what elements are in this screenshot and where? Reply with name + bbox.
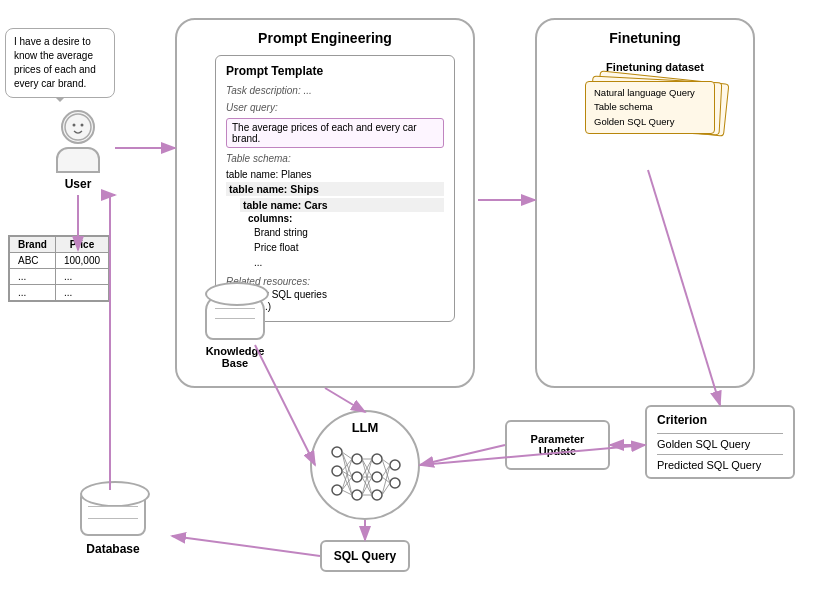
finetuning-dataset: Finetuning dataset Natural language Quer… (585, 55, 725, 167)
table-row: ... ... (10, 269, 109, 285)
database-icon (80, 490, 146, 536)
col-price-header: Price (55, 237, 108, 253)
table-ships: table name: Ships (226, 182, 444, 196)
svg-point-8 (352, 490, 362, 500)
svg-point-12 (390, 460, 400, 470)
neural-net-icon (325, 439, 405, 504)
table-row: ABC 100,000 (10, 253, 109, 269)
svg-point-11 (372, 490, 382, 500)
llm-label: LLM (352, 420, 379, 435)
dataset-stack-wrapper: Natural language Query Table schema Gold… (585, 77, 725, 167)
knowledge-base: Knowledge Base (190, 290, 280, 369)
criterion-predicted: Predicted SQL Query (657, 459, 783, 471)
svg-point-4 (332, 466, 342, 476)
prompt-engineering-title: Prompt Engineering (177, 20, 473, 52)
user-head-icon (61, 110, 95, 144)
svg-point-10 (372, 472, 382, 482)
parameter-update-box: ParameterUpdate (505, 420, 610, 470)
columns-detail: Brand string Price float ... (240, 225, 444, 270)
criterion-box: Criterion Golden SQL Query Predicted SQL… (645, 405, 795, 479)
svg-point-13 (390, 478, 400, 488)
criterion-golden: Golden SQL Query (657, 438, 783, 450)
sql-query-box: SQL Query (320, 540, 410, 572)
user-figure: User (48, 110, 108, 191)
diagram-container: I have a desire to know the average pric… (0, 0, 826, 601)
criterion-divider2 (657, 454, 783, 455)
svg-line-17 (342, 459, 352, 471)
col-brand-header: Brand (10, 237, 56, 253)
criterion-title: Criterion (657, 413, 783, 427)
arrow-sql-to-db (172, 536, 320, 556)
svg-point-7 (352, 472, 362, 482)
user-query-value: The average prices of each and every car… (226, 118, 444, 148)
table-cars: table name: Cars (240, 198, 444, 212)
llm-box: LLM (310, 410, 420, 520)
table-schema-section: Table schema: table name: Planes table n… (226, 152, 444, 270)
database-label: Database (68, 542, 158, 556)
table-row: ... ... (10, 285, 109, 301)
finetuning-title: Finetuning (537, 20, 753, 52)
columns-label: columns: (240, 213, 444, 224)
knowledge-base-label: Knowledge Base (190, 345, 280, 369)
table-planes: table name: Planes (226, 169, 444, 180)
knowledge-base-icon (205, 290, 265, 340)
svg-point-5 (332, 485, 342, 495)
speech-bubble-text: I have a desire to know the average pric… (14, 36, 96, 89)
database-box: Database (68, 490, 158, 556)
prompt-template-title: Prompt Template (226, 64, 444, 78)
arrow-paramupdate-to-llm (420, 445, 505, 465)
arrow-db-to-user (110, 195, 115, 490)
user-label: User (48, 177, 108, 191)
speech-bubble: I have a desire to know the average pric… (5, 28, 115, 98)
task-description: Task description: ... (226, 84, 444, 98)
criterion-divider (657, 433, 783, 434)
sql-query-label: SQL Query (334, 549, 396, 563)
user-face-icon (64, 113, 92, 141)
svg-point-0 (65, 114, 91, 140)
svg-point-9 (372, 454, 382, 464)
prompt-template-card: Prompt Template Task description: ... Us… (215, 55, 455, 322)
svg-point-3 (332, 447, 342, 457)
svg-point-6 (352, 454, 362, 464)
parameter-update-label: ParameterUpdate (531, 433, 585, 457)
arrow-prompt-to-llm (325, 388, 365, 412)
result-table: Brand Price ABC 100,000 ... ... ... ... (8, 235, 110, 302)
svg-point-1 (73, 124, 76, 127)
user-query-label: User query: (226, 101, 444, 115)
svg-point-2 (81, 124, 84, 127)
user-body-icon (56, 147, 100, 173)
dataset-card-front: Natural language Query Table schema Gold… (585, 81, 715, 134)
